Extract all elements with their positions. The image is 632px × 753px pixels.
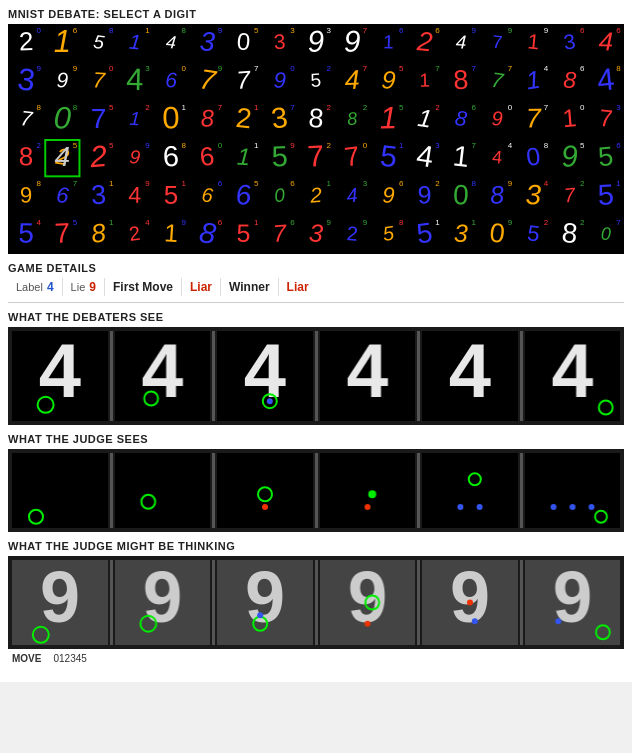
judge-divider-3: [417, 453, 420, 528]
winner-cell: Winner: [221, 278, 279, 296]
judge-divider-0: [110, 453, 113, 528]
think-frame-2: [217, 560, 313, 645]
judge-canvas-3: [320, 453, 416, 528]
page: MNIST DEBATE: SELECT A DIGIT GAME DETAIL…: [0, 0, 632, 682]
game-details: GAME DETAILS Label 4 Lie 9 First Move Li…: [8, 262, 624, 303]
firstmove-value: First Move: [113, 280, 173, 294]
judge-divider-1: [212, 453, 215, 528]
label-value: 4: [47, 280, 54, 294]
judge-title: WHAT THE JUDGE SEES: [8, 433, 624, 445]
judge-frame-3: [320, 453, 416, 528]
debater-canvas-2: [217, 331, 313, 421]
think-frame-5: [525, 560, 621, 645]
thinking-title: WHAT THE JUDGE MIGHT BE THINKING: [8, 540, 624, 552]
judge-canvas-0: [12, 453, 108, 528]
move-label-5: 5: [81, 653, 87, 664]
debater-frame-5: [525, 331, 621, 421]
label-key: Label: [16, 281, 43, 293]
mnist-grid[interactable]: [8, 24, 624, 254]
liar2-value: Liar: [287, 280, 309, 294]
judge-frame-2: [217, 453, 313, 528]
winner-value: Winner: [229, 280, 270, 294]
judge-frame-0: [12, 453, 108, 528]
lie-value: 9: [89, 280, 96, 294]
judge-strip: [8, 449, 624, 532]
judge-canvas-1: [115, 453, 211, 528]
debater-frame-4: [422, 331, 518, 421]
strip-divider-2: [315, 331, 318, 421]
debater-frame-3: [320, 331, 416, 421]
think-canvas-2: [217, 560, 313, 645]
strip-divider-0: [110, 331, 113, 421]
move-labels-row: MOVE 0 1 2 3 4 5: [8, 649, 624, 666]
debaters-section: WHAT THE DEBATERS SEE: [8, 311, 624, 425]
think-frame-0: [12, 560, 108, 645]
page-title: MNIST DEBATE: SELECT A DIGIT: [8, 8, 624, 20]
strip-divider-4: [520, 331, 523, 421]
judge-frame-5: [525, 453, 621, 528]
mnist-canvas: [8, 24, 624, 254]
judge-divider-4: [520, 453, 523, 528]
thinking-strip: [8, 556, 624, 649]
thinking-section: WHAT THE JUDGE MIGHT BE THINKING: [8, 540, 624, 666]
think-divider-3: [417, 560, 420, 645]
debater-canvas-4: [422, 331, 518, 421]
judge-canvas-4: [422, 453, 518, 528]
judge-section: WHAT THE JUDGE SEES: [8, 433, 624, 532]
firstmove-cell: First Move: [105, 278, 182, 296]
debater-canvas-0: [12, 331, 108, 421]
debater-canvas-5: [525, 331, 621, 421]
think-divider-1: [212, 560, 215, 645]
judge-canvas-5: [525, 453, 621, 528]
judge-divider-2: [315, 453, 318, 528]
debater-frame-2: [217, 331, 313, 421]
debater-frame-1: [115, 331, 211, 421]
think-canvas-1: [115, 560, 211, 645]
liar1-cell: Liar: [182, 278, 221, 296]
think-canvas-0: [12, 560, 108, 645]
debaters-title: WHAT THE DEBATERS SEE: [8, 311, 624, 323]
think-canvas-5: [525, 560, 621, 645]
game-details-row: Label 4 Lie 9 First Move Liar Winner Lia…: [8, 278, 624, 296]
strip-divider-1: [212, 331, 215, 421]
label-cell: Label 4: [8, 278, 63, 296]
liar1-value: Liar: [190, 280, 212, 294]
game-details-title: GAME DETAILS: [8, 262, 624, 274]
think-frame-4: [422, 560, 518, 645]
debater-canvas-3: [320, 331, 416, 421]
think-canvas-4: [422, 560, 518, 645]
think-divider-2: [315, 560, 318, 645]
judge-frame-4: [422, 453, 518, 528]
think-frame-1: [115, 560, 211, 645]
lie-cell: Lie 9: [63, 278, 105, 296]
debater-canvas-1: [115, 331, 211, 421]
debaters-strip: [8, 327, 624, 425]
move-labels: 0 1 2 3 4 5: [49, 651, 90, 666]
think-canvas-3: [320, 560, 416, 645]
think-frame-3: [320, 560, 416, 645]
think-divider-0: [110, 560, 113, 645]
judge-canvas-2: [217, 453, 313, 528]
judge-frame-1: [115, 453, 211, 528]
debater-frame-0: [12, 331, 108, 421]
move-header: MOVE: [12, 653, 41, 664]
think-divider-4: [520, 560, 523, 645]
lie-key: Lie: [71, 281, 86, 293]
liar2-cell: Liar: [279, 278, 317, 296]
strip-divider-3: [417, 331, 420, 421]
